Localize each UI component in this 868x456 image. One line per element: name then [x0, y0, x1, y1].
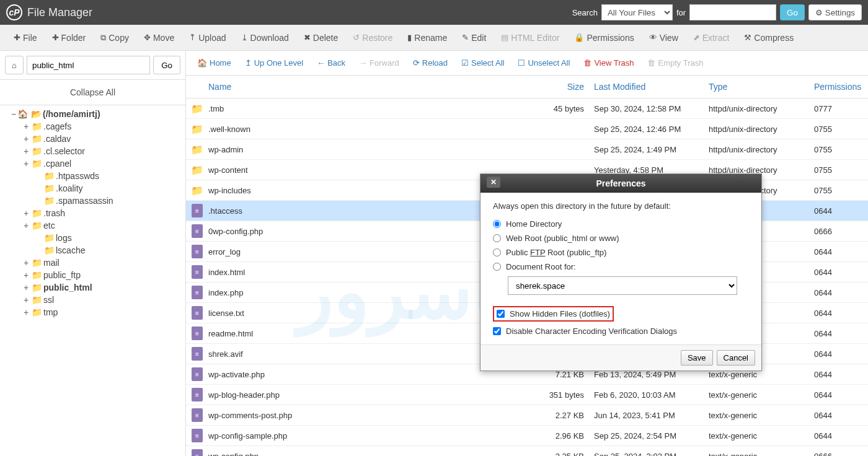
checkbox-1[interactable]: [493, 327, 501, 335]
dialog-checkbox-option: Show Hidden Files (dotfiles): [493, 304, 749, 324]
nav-button-label: Home: [210, 58, 231, 68]
toolbar-edit-button[interactable]: ✎Edit: [454, 29, 494, 46]
sidebar: ⌂ Go Collapse All −🏠📂(/home/amirtj)+📁.ca…: [0, 51, 186, 456]
tree-toggle-icon: +: [22, 209, 30, 217]
content-pane: آریـاسرور 🏠Home↥Up One Level←Back→Forwar…: [186, 51, 868, 456]
tree-node-logs[interactable]: 📁logs: [0, 232, 185, 244]
folder-icon: 📁: [43, 196, 55, 206]
tree-node-caldav[interactable]: +📁.caldav: [0, 133, 185, 145]
table-row[interactable]: ≡wp-blog-header.php351 bytesFeb 6, 2020,…: [186, 385, 868, 405]
collapse-all-button[interactable]: Collapse All: [0, 80, 185, 105]
toolbar-button-label: Rename: [414, 33, 447, 43]
tree-node-publichtml[interactable]: +📁public_html: [0, 281, 185, 294]
tree-node-clselector[interactable]: +📁.cl.selector: [0, 145, 185, 157]
tree-node-etc[interactable]: +📁etc: [0, 219, 185, 232]
toolbar-permissions-button[interactable]: 🔒Permissions: [567, 29, 641, 46]
tree-node-tmp[interactable]: +📁tmp: [0, 306, 185, 318]
save-button[interactable]: Save: [681, 350, 713, 366]
nav-view-trash-button[interactable]: 🗑View Trash: [578, 56, 639, 70]
tree-node-lscache[interactable]: 📁lscache: [0, 244, 185, 256]
toolbar-copy-button[interactable]: ⧉Copy: [93, 29, 136, 46]
table-row[interactable]: 📁wp-adminSep 25, 2024, 1:49 PMhttpd/unix…: [186, 139, 868, 160]
nav-unselect-all-button[interactable]: ☐Unselect All: [513, 56, 575, 70]
file-permissions: 0644: [809, 264, 868, 281]
table-row[interactable]: ≡wp-config.php3.25 KBSep 25, 2024, 3:03 …: [186, 446, 868, 456]
table-row[interactable]: 📁.tmb45 bytesSep 30, 2024, 12:58 PMhttpd…: [186, 99, 868, 119]
radio-1[interactable]: [493, 234, 501, 242]
radio-0[interactable]: [493, 220, 501, 228]
search-go-button[interactable]: Go: [780, 4, 805, 20]
tree-node-spamassassin[interactable]: 📁.spamassassin: [0, 195, 185, 207]
tree-node-koality[interactable]: 📁.koality: [0, 182, 185, 195]
tree-node-label: .spamassassin: [56, 196, 113, 206]
col-header-name[interactable]: Name: [186, 76, 527, 98]
dialog-close-button[interactable]: ✕: [487, 177, 500, 188]
dialog-footer: Save Cancel: [480, 344, 761, 370]
file-icon: ≡: [191, 225, 203, 237]
nav-reload-button[interactable]: ⟳Reload: [408, 56, 453, 70]
tree-node-label: .cl.selector: [43, 146, 85, 156]
col-header-type[interactable]: Type: [704, 76, 809, 98]
tree-node-cagefs[interactable]: +📁.cagefs: [0, 120, 185, 133]
toolbar-delete-button[interactable]: ✖Delete: [296, 29, 345, 46]
tree-node-homeamirtj[interactable]: −🏠📂(/home/amirtj): [0, 108, 185, 120]
folder-icon: 📁: [191, 143, 203, 156]
home-icon: 🏠: [17, 109, 28, 119]
toolbar-restore-button: ↺Restore: [345, 29, 400, 46]
nav-back-button[interactable]: ←Back: [312, 56, 350, 70]
table-row[interactable]: ≡wp-config-sample.php2.96 KBSep 25, 2024…: [186, 426, 868, 446]
nav-empty-trash-button: 🗑Empty Trash: [642, 56, 708, 70]
view-icon: 👁: [649, 33, 657, 42]
file-name: wp-admin: [208, 145, 243, 154]
col-header-perm[interactable]: Permissions: [809, 76, 868, 98]
file-permissions: 0755: [809, 121, 868, 138]
toolbar-compress-button[interactable]: ⚒Compress: [737, 29, 801, 46]
tree-node-mail[interactable]: +📁mail: [0, 256, 185, 269]
tree-node-ssl[interactable]: +📁ssl: [0, 294, 185, 306]
nav-up-one-level-button[interactable]: ↥Up One Level: [240, 56, 309, 70]
toolbar-extract-button: ⬈Extract: [686, 29, 737, 46]
folder-icon: 📁: [31, 121, 42, 131]
nav-home-button[interactable]: 🏠Home: [192, 56, 236, 70]
folder-icon: 📁: [43, 245, 55, 255]
document-root-select[interactable]: sherek.space: [508, 276, 737, 295]
folder-icon: 📁: [31, 146, 42, 156]
toolbar-download-button[interactable]: ⤓Download: [234, 29, 296, 46]
table-row[interactable]: 📁.well-knownSep 25, 2024, 12:46 PMhttpd/…: [186, 119, 868, 139]
col-header-date[interactable]: Last Modified: [589, 76, 704, 98]
tree-node-label: etc: [43, 221, 55, 230]
tree-node-cpanel[interactable]: +📁.cpanel: [0, 157, 185, 170]
toolbar-view-button[interactable]: 👁View: [642, 29, 686, 46]
col-header-size[interactable]: Size: [527, 76, 589, 98]
nav-select-all-button[interactable]: ☑Select All: [456, 56, 509, 70]
file-permissions: 0644: [809, 284, 868, 301]
path-input[interactable]: [27, 56, 150, 74]
tree-node-htpasswds[interactable]: 📁.htpasswds: [0, 170, 185, 182]
checkbox-0[interactable]: [497, 310, 505, 318]
folder-icon: 📁: [31, 134, 42, 144]
table-row[interactable]: ≡wp-comments-post.php2.27 KBJun 14, 2023…: [186, 405, 868, 426]
tree-toggle-icon: +: [22, 122, 30, 131]
radio-2[interactable]: [493, 248, 501, 256]
cancel-button[interactable]: Cancel: [717, 350, 755, 366]
dialog-radio-option: Home Directory: [493, 217, 749, 231]
search-input[interactable]: [689, 4, 776, 20]
home-button[interactable]: ⌂: [5, 56, 24, 74]
toolbar-folder-button[interactable]: ✚Folder: [45, 29, 94, 46]
tree-node-trash[interactable]: +📁.trash: [0, 207, 185, 219]
toolbar-file-button[interactable]: ✚File: [6, 29, 45, 46]
toolbar-upload-button[interactable]: ⤒Upload: [182, 29, 233, 46]
search-scope-select[interactable]: All Your Files: [601, 4, 673, 20]
preferences-dialog: ✕ Preferences Always open this directory…: [480, 173, 762, 371]
radio-3[interactable]: [493, 263, 501, 271]
path-go-button[interactable]: Go: [153, 56, 180, 74]
settings-button[interactable]: ⚙ Settings: [808, 4, 862, 20]
nav-row: 🏠Home↥Up One Level←Back→Forward⟳Reload☑S…: [186, 51, 868, 76]
table-header: Name Size Last Modified Type Permissions: [186, 76, 868, 99]
folder-icon: 📁: [31, 283, 42, 292]
tree-node-publicftp[interactable]: +📁public_ftp: [0, 269, 185, 281]
plus-icon: ✚: [14, 33, 20, 42]
toolbar-rename-button[interactable]: ▮Rename: [400, 29, 454, 46]
toolbar-button-label: HTML Editor: [511, 33, 559, 43]
toolbar-move-button[interactable]: ✥Move: [136, 29, 182, 46]
